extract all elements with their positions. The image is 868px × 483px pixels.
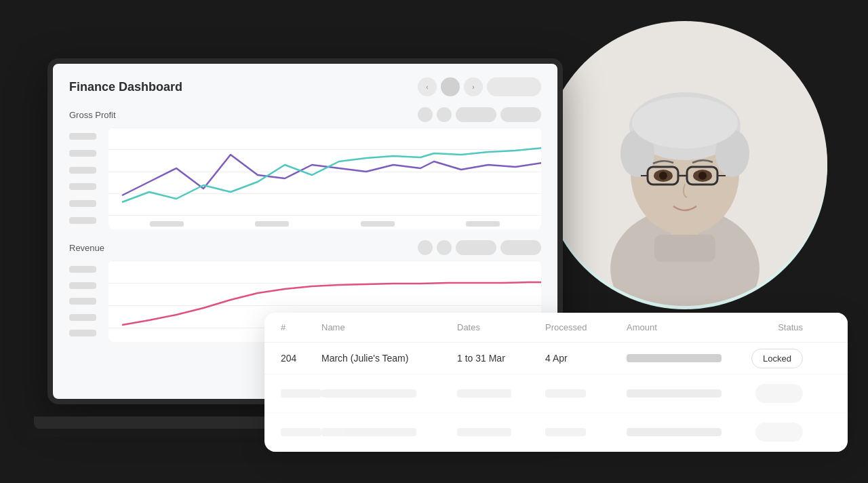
col-header-processed: Processed (545, 322, 627, 332)
gross-profit-chart (108, 128, 541, 229)
table-row-placeholder (264, 374, 848, 413)
cell-dates: 1 to 31 Mar (457, 353, 545, 364)
cell-status-container: Locked (735, 352, 803, 364)
person-photo (539, 18, 831, 323)
status-badge-locked[interactable]: Locked (751, 349, 803, 368)
placeholder-cell (627, 428, 722, 436)
revenue-y-axis (69, 260, 103, 342)
y-label (69, 298, 96, 305)
x-label (466, 221, 500, 227)
table-row-placeholder (264, 413, 848, 452)
rev-ctrl-pill-2[interactable] (500, 240, 541, 255)
scene: Finance Dashboard ‹ › Gross Profit (27, 18, 841, 465)
cell-amount-bar (627, 354, 722, 362)
placeholder-cell (545, 428, 586, 436)
col-header-status: Status (735, 322, 803, 332)
cell-name: March (Julie's Team) (321, 353, 457, 364)
header-nav: ‹ › (418, 77, 541, 96)
gross-profit-controls (418, 107, 541, 122)
placeholder-cell (281, 389, 321, 398)
revenue-title: Revenue (69, 243, 104, 253)
dashboard-title: Finance Dashboard (69, 80, 182, 94)
x-label (361, 221, 395, 227)
placeholder-cell (545, 389, 586, 398)
gross-profit-svg (108, 128, 541, 216)
y-label (69, 200, 96, 207)
svg-point-18 (698, 172, 707, 180)
y-label (69, 217, 96, 224)
placeholder-cell (457, 389, 511, 398)
y-label (69, 150, 96, 157)
table-header-row: # Name Dates Processed Amount Status (264, 313, 848, 343)
next-nav-btn[interactable]: › (464, 77, 483, 96)
gross-profit-chart-wrapper (69, 128, 541, 229)
y-label (69, 330, 96, 336)
col-header-name: Name (321, 322, 457, 332)
col-header-number: # (281, 322, 321, 332)
dashboard-header: Finance Dashboard ‹ › (69, 77, 541, 96)
placeholder-cell (321, 389, 416, 398)
y-label (69, 183, 96, 190)
svg-point-17 (659, 172, 667, 180)
y-label (69, 282, 96, 289)
svg-point-9 (632, 97, 738, 149)
ctrl-pill-1[interactable] (456, 107, 496, 122)
y-label (69, 167, 96, 174)
svg-rect-4 (654, 235, 715, 262)
table-overlay: # Name Dates Processed Amount Status 204… (264, 313, 848, 452)
page-indicator[interactable] (441, 77, 460, 96)
cell-processed: 4 Apr (545, 353, 627, 364)
ctrl-circle-2[interactable] (437, 107, 452, 122)
chart-x-labels (108, 218, 541, 229)
gross-profit-y-axis (69, 128, 103, 229)
y-label (69, 266, 96, 273)
rev-ctrl-circle-2[interactable] (437, 240, 452, 255)
placeholder-cell (457, 428, 511, 436)
gross-profit-section: Gross Profit (69, 107, 541, 229)
ctrl-pill-2[interactable] (500, 107, 541, 122)
rev-ctrl-circle-1[interactable] (418, 240, 433, 255)
cell-number: 204 (281, 353, 321, 364)
col-header-amount: Amount (627, 322, 735, 332)
revenue-controls (418, 240, 541, 255)
placeholder-cell (321, 428, 416, 436)
placeholder-status (755, 384, 803, 403)
placeholder-cell (281, 428, 321, 436)
prev-nav-btn[interactable]: ‹ (418, 77, 437, 96)
table-row: 204 March (Julie's Team) 1 to 31 Mar 4 A… (264, 343, 848, 374)
x-label (255, 221, 289, 227)
gross-profit-header: Gross Profit (69, 107, 541, 122)
y-label (69, 314, 96, 321)
revenue-header: Revenue (69, 240, 541, 255)
y-label (69, 133, 96, 140)
x-label (150, 221, 184, 227)
date-range-pill[interactable] (487, 77, 541, 96)
rev-ctrl-pill-1[interactable] (456, 240, 496, 255)
col-header-dates: Dates (457, 322, 545, 332)
placeholder-status (755, 423, 803, 442)
placeholder-cell (627, 389, 722, 398)
ctrl-circle-1[interactable] (418, 107, 433, 122)
gross-profit-title: Gross Profit (69, 110, 116, 120)
